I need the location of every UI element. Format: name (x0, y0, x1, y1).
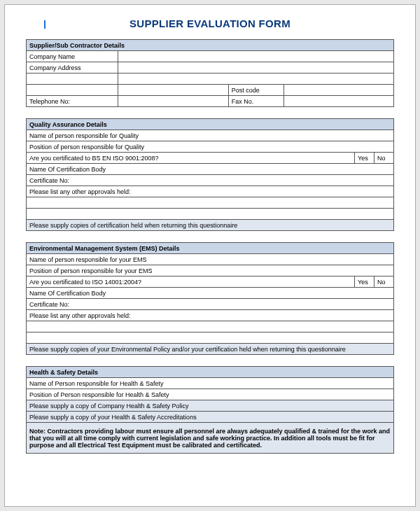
hs-header: Health & Safety Details (27, 367, 394, 378)
section-qa: Quality Assurance Details Name of person… (26, 118, 394, 231)
form-page: SUPPLIER EVALUATION FORM Supplier/Sub Co… (4, 4, 416, 507)
ems-approvals-input-1[interactable] (27, 321, 394, 332)
section-ems: Environmental Management System (EMS) De… (26, 242, 394, 355)
company-address-input-2[interactable] (118, 74, 394, 85)
qa-header: Quality Assurance Details (27, 119, 394, 130)
section-hs: Health & Safety Details Name of Person r… (26, 366, 394, 454)
ems-yes-cell[interactable]: Yes (354, 276, 374, 288)
address-blank-label (27, 74, 118, 85)
ems-table: Environmental Management System (EMS) De… (26, 242, 394, 355)
ems-cert-body-label: Name Of Certification Body (27, 288, 394, 299)
company-address-label: Company Address (27, 62, 118, 74)
company-name-input[interactable] (118, 51, 394, 62)
hs-position-label: Position of Person responsible for Healt… (27, 389, 394, 400)
ems-approvals-label: Please list any other approvals held: (27, 310, 394, 321)
ems-approvals-input-2[interactable] (27, 332, 394, 344)
fax-label: Fax No. (228, 96, 284, 107)
telephone-label: Telephone No: (27, 96, 118, 107)
qa-table: Quality Assurance Details Name of person… (26, 118, 394, 231)
qa-position-label: Position of person responsible for Quali… (27, 141, 394, 153)
page-title: SUPPLIER EVALUATION FORM (26, 18, 394, 29)
section-supplier: Supplier/Sub Contractor Details Company … (26, 39, 394, 107)
qa-cert-no-label: Certificate No: (27, 175, 394, 186)
ems-name-label: Name of person responsible for your EMS (27, 254, 394, 265)
qa-no-cell[interactable]: No (374, 153, 394, 164)
qa-name-label: Name of person responsible for Quality (27, 130, 394, 141)
hs-contractor-note: Note: Contractors providing labour must … (27, 423, 394, 454)
address-blank-label-2 (27, 85, 118, 96)
ems-position-label: Position of person responsible for your … (27, 265, 394, 276)
fax-input[interactable] (284, 96, 394, 107)
qa-approvals-input-1[interactable] (27, 197, 394, 209)
company-address-input-3[interactable] (118, 85, 229, 96)
qa-approvals-label: Please list any other approvals held: (27, 186, 394, 197)
company-address-input-1[interactable] (118, 62, 394, 74)
text-cursor (44, 20, 46, 29)
ems-cert-no-label: Certificate No: (27, 299, 394, 310)
qa-cert-body-label: Name Of Certification Body (27, 164, 394, 175)
ems-no-cell[interactable]: No (374, 276, 393, 288)
post-code-input[interactable] (284, 85, 394, 96)
qa-copies-note: Please supply copies of certification he… (27, 220, 394, 231)
supplier-header: Supplier/Sub Contractor Details (27, 40, 394, 51)
qa-yes-cell[interactable]: Yes (355, 153, 374, 164)
hs-name-label: Name of Person responsible for Health & … (27, 378, 394, 389)
ems-cert-question: Are you certificated to ISO 14001:2004? (27, 276, 355, 288)
telephone-input[interactable] (118, 96, 229, 107)
hs-policy-note: Please supply a copy of Company Health &… (27, 400, 394, 412)
qa-cert-question: Are you certificated to BS EN ISO 9001:2… (27, 153, 355, 164)
qa-approvals-input-2[interactable] (27, 209, 394, 220)
hs-table: Health & Safety Details Name of Person r… (26, 366, 394, 454)
post-code-label: Post code (228, 85, 284, 96)
company-name-label: Company Name (27, 51, 118, 62)
hs-accred-note: Please supply a copy of your Health & Sa… (27, 412, 394, 423)
ems-copies-note: Please supply copies of your Environment… (27, 344, 394, 355)
ems-header: Environmental Management System (EMS) De… (27, 243, 394, 254)
supplier-table: Supplier/Sub Contractor Details Company … (26, 39, 394, 107)
